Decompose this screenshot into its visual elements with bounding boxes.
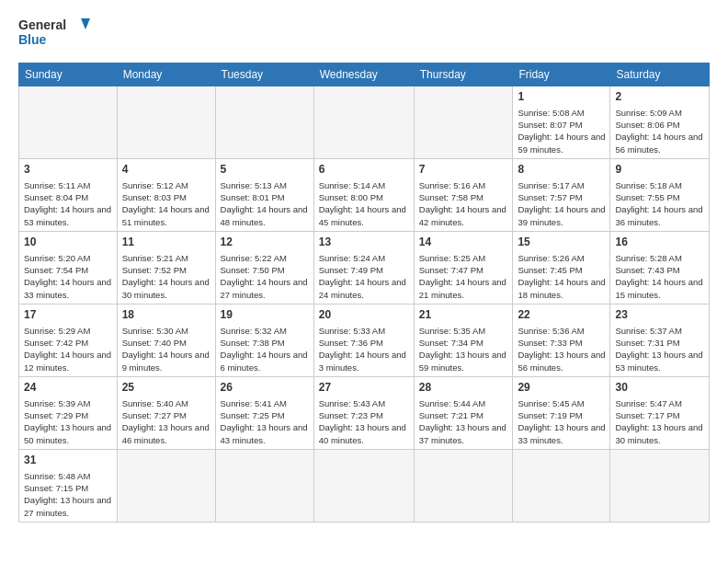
- day-number: 7: [419, 162, 508, 178]
- calendar-cell: 25Sunrise: 5:40 AM Sunset: 7:27 PM Dayli…: [117, 376, 215, 449]
- day-info: Sunrise: 5:33 AM Sunset: 7:36 PM Dayligh…: [319, 325, 409, 373]
- calendar-cell: 31Sunrise: 5:48 AM Sunset: 7:15 PM Dayli…: [19, 449, 118, 522]
- weekday-header-row: SundayMondayTuesdayWednesdayThursdayFrid…: [19, 63, 710, 86]
- day-number: 8: [518, 162, 605, 178]
- day-number: 10: [24, 235, 112, 250]
- calendar-cell: [19, 86, 118, 159]
- day-info: Sunrise: 5:35 AM Sunset: 7:34 PM Dayligh…: [419, 325, 508, 373]
- day-info: Sunrise: 5:26 AM Sunset: 7:45 PM Dayligh…: [518, 252, 605, 301]
- day-number: 5: [221, 162, 309, 178]
- day-info: Sunrise: 5:36 AM Sunset: 7:33 PM Dayligh…: [518, 325, 605, 373]
- calendar-cell: 15Sunrise: 5:26 AM Sunset: 7:45 PM Dayli…: [513, 231, 610, 304]
- calendar-cell: 13Sunrise: 5:24 AM Sunset: 7:49 PM Dayli…: [313, 231, 414, 304]
- calendar-cell: 14Sunrise: 5:25 AM Sunset: 7:47 PM Dayli…: [414, 231, 513, 304]
- calendar-cell: 22Sunrise: 5:36 AM Sunset: 7:33 PM Dayli…: [513, 304, 610, 376]
- day-info: Sunrise: 5:09 AM Sunset: 8:06 PM Dayligh…: [615, 107, 704, 155]
- weekday-header-saturday: Saturday: [610, 63, 710, 86]
- day-number: 21: [419, 307, 508, 323]
- day-number: 28: [419, 380, 508, 396]
- day-number: 19: [221, 307, 309, 323]
- calendar-cell: [610, 449, 710, 522]
- calendar-cell: 26Sunrise: 5:41 AM Sunset: 7:25 PM Dayli…: [215, 376, 313, 449]
- calendar-cell: [313, 86, 414, 159]
- day-number: 26: [221, 380, 309, 396]
- day-number: 9: [615, 162, 704, 178]
- day-info: Sunrise: 5:24 AM Sunset: 7:49 PM Dayligh…: [319, 252, 409, 301]
- calendar-cell: 12Sunrise: 5:22 AM Sunset: 7:50 PM Dayli…: [215, 231, 313, 304]
- day-info: Sunrise: 5:30 AM Sunset: 7:40 PM Dayligh…: [122, 325, 210, 373]
- calendar-cell: 1Sunrise: 5:08 AM Sunset: 8:07 PM Daylig…: [513, 86, 610, 159]
- svg-text:General: General: [18, 17, 66, 32]
- day-number: 30: [615, 380, 704, 396]
- day-info: Sunrise: 5:44 AM Sunset: 7:21 PM Dayligh…: [419, 397, 508, 446]
- day-info: Sunrise: 5:43 AM Sunset: 7:23 PM Dayligh…: [319, 397, 409, 446]
- calendar-cell: 3Sunrise: 5:11 AM Sunset: 8:04 PM Daylig…: [19, 158, 118, 231]
- day-number: 4: [122, 162, 210, 178]
- calendar-cell: 11Sunrise: 5:21 AM Sunset: 7:52 PM Dayli…: [117, 231, 215, 304]
- calendar-cell: 7Sunrise: 5:16 AM Sunset: 7:58 PM Daylig…: [414, 158, 513, 231]
- day-number: 15: [518, 235, 605, 250]
- day-info: Sunrise: 5:13 AM Sunset: 8:01 PM Dayligh…: [221, 179, 309, 228]
- day-info: Sunrise: 5:40 AM Sunset: 7:27 PM Dayligh…: [122, 397, 210, 446]
- svg-marker-2: [81, 18, 90, 29]
- calendar-cell: 30Sunrise: 5:47 AM Sunset: 7:17 PM Dayli…: [610, 376, 710, 449]
- day-info: Sunrise: 5:16 AM Sunset: 7:58 PM Dayligh…: [419, 179, 508, 228]
- weekday-header-sunday: Sunday: [19, 63, 118, 86]
- day-info: Sunrise: 5:25 AM Sunset: 7:47 PM Dayligh…: [419, 252, 508, 301]
- day-number: 17: [24, 307, 112, 323]
- day-info: Sunrise: 5:12 AM Sunset: 8:03 PM Dayligh…: [122, 179, 210, 228]
- day-info: Sunrise: 5:29 AM Sunset: 7:42 PM Dayligh…: [24, 325, 112, 373]
- day-number: 1: [518, 89, 605, 105]
- calendar-cell: 4Sunrise: 5:12 AM Sunset: 8:03 PM Daylig…: [117, 158, 215, 231]
- calendar-cell: 9Sunrise: 5:18 AM Sunset: 7:55 PM Daylig…: [610, 158, 710, 231]
- day-info: Sunrise: 5:14 AM Sunset: 8:00 PM Dayligh…: [319, 179, 409, 228]
- calendar-cell: 24Sunrise: 5:39 AM Sunset: 7:29 PM Dayli…: [19, 376, 118, 449]
- day-info: Sunrise: 5:17 AM Sunset: 7:57 PM Dayligh…: [518, 179, 605, 228]
- week-row-3: 10Sunrise: 5:20 AM Sunset: 7:54 PM Dayli…: [19, 231, 710, 304]
- logo: General Blue: [18, 15, 92, 55]
- weekday-header-monday: Monday: [117, 63, 215, 86]
- day-number: 12: [221, 235, 309, 250]
- day-number: 23: [615, 307, 704, 323]
- calendar-cell: 16Sunrise: 5:28 AM Sunset: 7:43 PM Dayli…: [610, 231, 710, 304]
- day-info: Sunrise: 5:47 AM Sunset: 7:17 PM Dayligh…: [615, 397, 704, 446]
- week-row-6: 31Sunrise: 5:48 AM Sunset: 7:15 PM Dayli…: [19, 449, 710, 522]
- calendar-table: SundayMondayTuesdayWednesdayThursdayFrid…: [18, 63, 710, 523]
- weekday-header-wednesday: Wednesday: [313, 63, 414, 86]
- day-number: 6: [319, 162, 409, 178]
- header: General Blue: [18, 15, 710, 55]
- day-number: 27: [319, 380, 409, 396]
- calendar-cell: [513, 449, 610, 522]
- day-info: Sunrise: 5:37 AM Sunset: 7:31 PM Dayligh…: [615, 325, 704, 373]
- calendar-cell: 6Sunrise: 5:14 AM Sunset: 8:00 PM Daylig…: [313, 158, 414, 231]
- calendar-cell: [414, 449, 513, 522]
- day-info: Sunrise: 5:48 AM Sunset: 7:15 PM Dayligh…: [24, 470, 112, 519]
- day-info: Sunrise: 5:45 AM Sunset: 7:19 PM Dayligh…: [518, 397, 605, 446]
- calendar-cell: 17Sunrise: 5:29 AM Sunset: 7:42 PM Dayli…: [19, 304, 118, 376]
- day-info: Sunrise: 5:08 AM Sunset: 8:07 PM Dayligh…: [518, 107, 605, 155]
- day-info: Sunrise: 5:28 AM Sunset: 7:43 PM Dayligh…: [615, 252, 704, 301]
- week-row-1: 1Sunrise: 5:08 AM Sunset: 8:07 PM Daylig…: [19, 86, 710, 159]
- calendar-cell: [117, 86, 215, 159]
- day-number: 13: [319, 235, 409, 250]
- weekday-header-thursday: Thursday: [414, 63, 513, 86]
- weekday-header-tuesday: Tuesday: [215, 63, 313, 86]
- day-info: Sunrise: 5:22 AM Sunset: 7:50 PM Dayligh…: [221, 252, 309, 301]
- svg-text:Blue: Blue: [18, 32, 47, 47]
- week-row-5: 24Sunrise: 5:39 AM Sunset: 7:29 PM Dayli…: [19, 376, 710, 449]
- calendar-cell: [414, 86, 513, 159]
- day-info: Sunrise: 5:41 AM Sunset: 7:25 PM Dayligh…: [221, 397, 309, 446]
- calendar-cell: 20Sunrise: 5:33 AM Sunset: 7:36 PM Dayli…: [313, 304, 414, 376]
- day-number: 11: [122, 235, 210, 250]
- calendar-cell: 18Sunrise: 5:30 AM Sunset: 7:40 PM Dayli…: [117, 304, 215, 376]
- day-number: 3: [24, 162, 112, 178]
- calendar-cell: 19Sunrise: 5:32 AM Sunset: 7:38 PM Dayli…: [215, 304, 313, 376]
- calendar-cell: [215, 449, 313, 522]
- day-number: 22: [518, 307, 605, 323]
- calendar-cell: [313, 449, 414, 522]
- day-info: Sunrise: 5:18 AM Sunset: 7:55 PM Dayligh…: [615, 179, 704, 228]
- day-info: Sunrise: 5:21 AM Sunset: 7:52 PM Dayligh…: [122, 252, 210, 301]
- day-number: 20: [319, 307, 409, 323]
- calendar-cell: 2Sunrise: 5:09 AM Sunset: 8:06 PM Daylig…: [610, 86, 710, 159]
- day-number: 18: [122, 307, 210, 323]
